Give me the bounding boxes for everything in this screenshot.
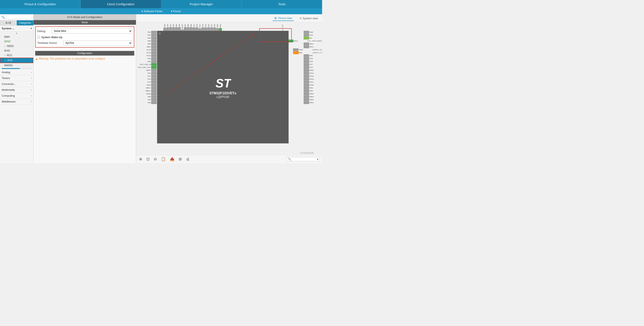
warning-icon: ▲ <box>35 57 38 61</box>
top-nav: Pinout & Configuration Clock Configurati… <box>0 0 322 8</box>
sidebar-item-gpio[interactable]: GPIO <box>0 39 33 44</box>
search-input-bottom[interactable] <box>292 158 317 161</box>
tab-pinout-view[interactable]: ⊞ Pinout view <box>273 16 294 21</box>
sidebar-item-iwdg[interactable]: ✓IWDG <box>0 44 33 49</box>
watermark: CSDN博客截图 <box>300 152 314 155</box>
left-pin-vssa: VSSA <box>136 84 157 86</box>
sidebar-search-area: 🔍 <box>0 14 33 20</box>
ic-dot <box>159 33 161 35</box>
right-pin-pd15: PD15 <box>288 69 322 72</box>
sidebar-item-wwdg[interactable]: WWDG <box>0 63 33 68</box>
wake-up-label: System Wake-Up <box>41 36 62 39</box>
left-pin-pc3: PC3 <box>136 81 157 84</box>
left-pin-pe6: PE6 <box>136 43 157 45</box>
config-section-header: Configuration <box>35 51 134 56</box>
sidebar-progress <box>2 68 32 69</box>
fit-button[interactable]: ⊡ <box>146 156 150 162</box>
right-pin-pd10: PD10 <box>288 84 322 86</box>
sidebar-progress-bar <box>2 68 20 69</box>
right-pin-pc8: PC8 <box>288 60 322 63</box>
left-pin-pa1: PA1 <box>136 98 157 101</box>
tab-az[interactable]: A->Z <box>0 20 17 26</box>
left-pin-pe2: PE2 <box>136 31 157 34</box>
timebase-label: Timebase Source <box>37 42 61 45</box>
right-pin-pd11: PD11 <box>288 81 322 84</box>
sidebar-item-dma[interactable]: DMA <box>0 35 33 39</box>
right-pin-pa9: PA9 USART1_TX <box>288 51 322 54</box>
panel-title: SYS Mode and Configuration <box>34 14 136 20</box>
zoom-in-button[interactable]: ⊕ <box>139 156 142 162</box>
left-pin-pe5: PE5 <box>136 40 157 42</box>
right-pin-vdd: VDD <box>288 31 322 34</box>
copy-button[interactable]: 📋 <box>161 156 166 162</box>
nav-pinout[interactable]: ▾ Pinout <box>171 10 181 13</box>
chevron-right-icon-timers: › <box>31 77 32 79</box>
right-pin-pd13: PD13 <box>288 75 322 78</box>
right-pin-pa8: PA8 <box>288 54 322 57</box>
export-button[interactable]: 📤 <box>170 156 175 162</box>
right-pin-pb15: PB15 <box>288 93 322 95</box>
zoom-out-button[interactable]: ⊖ <box>153 156 157 162</box>
chevron-right-icon-analog: › <box>31 71 32 73</box>
warning-text: ▲ Warning: This peripheral has no parame… <box>34 56 136 62</box>
nav-pinout-config[interactable]: Pinout & Configuration <box>0 0 81 8</box>
right-pin-pb14: PB14 <box>288 95 322 98</box>
left-pin-rcc-osc-out: RCC_OSC_OUT <box>136 66 157 69</box>
sidebar-section-middleware[interactable]: Middleware › <box>0 99 33 105</box>
search-box-bottom: 🔍 ▾ <box>286 157 320 161</box>
search-icon: 🔍 <box>1 16 5 19</box>
print-button[interactable]: 🖨 <box>186 157 190 162</box>
grid-button[interactable]: ⊞ <box>178 156 182 162</box>
right-pin-pd14: PD14 <box>288 72 322 75</box>
scroll-up-btn[interactable]: ▲ <box>0 32 33 35</box>
right-pin-pa12: PA12 <box>288 43 322 45</box>
sidebar-section-connectivity[interactable]: Connectiv... › <box>0 81 33 87</box>
sidebar-item-sys[interactable]: ✓SYS <box>0 58 33 63</box>
sidebar-section-multimedia[interactable]: Multimedia › <box>0 87 33 93</box>
right-pin-pd12: PD12 <box>288 78 322 81</box>
timebase-select[interactable]: SysTick TIM1 TIM2 <box>63 41 132 46</box>
ic-area: VDD VSS PE1 PE0 <box>136 23 322 155</box>
debug-row: Debug Serial Wire No Debug Trace Asynchr… <box>37 29 132 34</box>
sidebar-item-rcc[interactable]: ✓RCC <box>0 53 33 58</box>
left-pin-vdda: VDDA <box>136 93 157 95</box>
tab-system-view[interactable]: ≡ System view <box>298 16 320 21</box>
ic-logo: ST <box>214 76 231 90</box>
sidebar-item-nvic[interactable]: NVIC <box>0 49 33 53</box>
bottom-toolbar: ⊕ ⊡ ⊖ 📋 📤 ⊞ 🖨 🔍 ▾ <box>136 155 322 163</box>
right-pin-pb12: PB12 <box>288 101 322 104</box>
chevron-right-icon-multimedia: › <box>31 89 32 91</box>
nav-clock-config[interactable]: Clock Configuration <box>81 0 161 8</box>
tab-categories[interactable]: Categories <box>17 20 34 26</box>
left-pin-pc0: PC0 <box>136 72 157 75</box>
dropdown-arrow-icon[interactable]: ▾ <box>317 158 318 160</box>
pinout-view-icon: ⊞ <box>274 16 277 20</box>
second-nav: ▾ Software Packs ▾ Pinout <box>0 8 322 14</box>
left-pin-pc14: PC14 <box>136 51 157 54</box>
mode-section-header: Mode <box>34 20 136 25</box>
sidebar-section-timers[interactable]: Timers › <box>0 75 33 81</box>
sidebar-section-system[interactable]: System ... ▾ <box>0 26 33 32</box>
ic-name: STM32F103VETx <box>210 91 236 95</box>
nav-tools[interactable]: Tools <box>242 0 322 8</box>
sidebar-section-analog[interactable]: Analog › <box>0 69 33 75</box>
right-pin-pc9: PC9 <box>288 57 322 60</box>
left-pin-vss: VSS <box>136 57 157 60</box>
left-pin-pa0: PA0 <box>136 95 157 98</box>
timebase-row: Timebase Source SysTick TIM1 TIM2 <box>37 41 132 46</box>
right-pin-nc: NC <box>288 37 322 40</box>
wake-up-checkbox[interactable] <box>37 36 40 39</box>
left-pin-vref-plus: VREF+ <box>136 90 157 92</box>
search-icon-bottom: 🔍 <box>288 158 291 161</box>
right-pins: VDD VSS NC PA13 SYS_JTMS- <box>288 31 322 104</box>
ic-chip-body: ST STM32F103VETx LQFP100 <box>157 31 288 143</box>
nav-software-packs[interactable]: ▾ Software Packs <box>141 10 162 13</box>
right-pin-pa13: PA13 SYS_JTMS-SWDIO <box>288 40 322 42</box>
check-icon-iwdg: ✓ <box>4 45 6 47</box>
search-input[interactable] <box>6 15 32 19</box>
right-pin-pa10: PA10 USART1_RX <box>288 49 322 51</box>
debug-select[interactable]: Serial Wire No Debug Trace Asynchronous … <box>52 29 132 34</box>
nav-project-manager[interactable]: Project Manager <box>161 0 242 8</box>
right-pin-pd8: PD8 <box>288 90 322 92</box>
sidebar-section-computing[interactable]: Computing › <box>0 93 33 99</box>
